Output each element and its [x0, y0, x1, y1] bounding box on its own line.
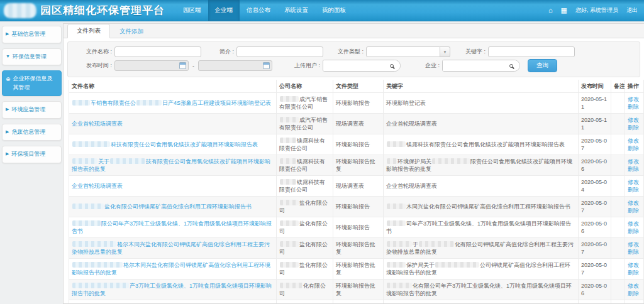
search-form-row-2: 发布时间 : - 上传用户 : 企业 : 查询: [72, 59, 636, 72]
column-header-6: 操作: [625, 80, 644, 93]
file-name-cell: 产3万吨工业级氯化镁、1万吨食用级氯化镁项目环境影响报告书的批复: [69, 280, 277, 300]
company-name-cell: 镁露科技有限责任公司: [277, 155, 333, 176]
modify-link[interactable]: 修改: [628, 282, 641, 290]
file-name-link[interactable]: 限公司年产3万吨工业级氯化镁、1万吨食用级氯化镁项目环境影响报告书: [72, 220, 272, 234]
file-name-link[interactable]: 格尔木同兴盐化有限公司钾镁尾矿高值化综合利用工程环境影响报告书的批复: [72, 262, 270, 276]
chevron-right-icon: ▶: [6, 151, 9, 158]
redacted-text: [280, 262, 299, 268]
nav-item-0[interactable]: 园区端: [176, 0, 208, 21]
file-name-link[interactable]: 企业首轮现场调查表: [72, 121, 123, 127]
sidebar-item-3[interactable]: ▶环境应急管理: [2, 101, 62, 119]
sidebar-item-2[interactable]: ⊕企业环保信息及其管理: [2, 70, 62, 96]
redacted-text: [432, 158, 470, 164]
delete-link[interactable]: 删除: [628, 248, 641, 256]
logo: [4, 3, 36, 18]
sidebar-item-4[interactable]: ▶危废信息管理: [2, 124, 62, 141]
modify-link[interactable]: 修改: [628, 137, 641, 144]
redacted-text: [280, 138, 296, 143]
modify-link[interactable]: 修改: [628, 95, 641, 103]
file-name-link[interactable]: 格尔木同兴盐化有限公司钾镁尾矿高值化综合利用工程主要污染物排放总量的批复: [72, 241, 270, 255]
file-type-select[interactable]: ▼: [366, 46, 450, 57]
search-icon[interactable]: [384, 60, 400, 72]
company-name-cell: 成汽车销售有限责任公司: [277, 114, 333, 134]
query-button[interactable]: 查询: [528, 59, 557, 72]
actions-cell: 修改删除: [625, 114, 644, 134]
file-name-link[interactable]: 车销售有限责任公日产4S形象店工程建设项目环境影响登记表: [72, 100, 271, 106]
file-name-link[interactable]: 盐化有限公司钾镁尾矿高值化综合利用工程环境影响报告书: [72, 204, 252, 210]
delete-link[interactable]: 删除: [628, 165, 641, 173]
keyword-input[interactable]: [488, 46, 575, 57]
publish-date-start-input[interactable]: [117, 63, 179, 69]
modify-link[interactable]: 修改: [628, 178, 641, 186]
nav-item-1[interactable]: 企业端: [208, 0, 240, 21]
nav-item-4[interactable]: 我的面板: [315, 0, 353, 21]
table-row: 产3万吨工业级氯化镁、1万吨食用级氯化镁项目环境影响报告书的批复化有限公司环境影…: [69, 280, 644, 300]
company-name-cell: 盐化有限公司: [277, 300, 333, 304]
redacted-text: [435, 262, 479, 268]
chevron-down-icon[interactable]: ▼: [440, 46, 450, 57]
file-name-link[interactable]: 科技有限责任公司食用氯化镁技改扩能项目环境影响报告表: [72, 141, 258, 148]
publish-date-cell: 2020-05-06: [579, 217, 611, 238]
publish-date-cell: 2020-05-06: [579, 155, 611, 176]
file-name-cell: 格尔木同兴盐化有限公司钾镁尾矿高值化综合利用工程环境影响报告书的批复: [69, 259, 277, 280]
delete-link[interactable]: 删除: [628, 227, 641, 235]
modify-link[interactable]: 修改: [628, 116, 641, 124]
redacted-text: [72, 241, 116, 247]
delete-link[interactable]: 删除: [628, 124, 641, 131]
publish-date-start-field[interactable]: [114, 60, 189, 71]
modify-link[interactable]: 修改: [628, 261, 641, 269]
publish-date-cell: 2020-05-04: [579, 176, 611, 197]
publish-date-end-input[interactable]: [201, 63, 263, 69]
logout-link[interactable]: 退出: [626, 6, 638, 14]
file-name-link[interactable]: 企业首轮现场调查表: [72, 183, 123, 189]
file-name-link[interactable]: 关于技有限责任公司食用氯化镁技改扩能项目环境影响报告表的批复: [72, 158, 270, 172]
calendar-icon[interactable]: [179, 62, 186, 69]
circle-plus-icon: ⊕: [6, 75, 11, 84]
delete-link[interactable]: 删除: [628, 186, 641, 193]
sidebar-item-0[interactable]: ▶基础信息管理: [2, 26, 62, 43]
main-panel: 文件列表文件添加 文件名称 : 简介 : 文件类型 : ▼ 关键字 : 发布时间…: [63, 23, 644, 304]
company-name-cell: 化有限公司: [277, 280, 333, 300]
table-header-row: 文件名称公司名称文件类型关键字发布时间备注操作: [69, 80, 644, 93]
nav-item-2[interactable]: 信息公布: [240, 0, 277, 21]
modify-link[interactable]: 修改: [628, 241, 641, 248]
sidebar-item-label: 企业环保信息及其管理: [13, 75, 58, 92]
upload-user-input[interactable]: [323, 60, 384, 71]
redacted-text: [72, 262, 123, 268]
upload-user-field[interactable]: [323, 60, 401, 72]
top-nav: 园区端企业端信息公布系统设置我的面板: [176, 0, 353, 21]
note-cell: [611, 114, 625, 134]
redacted-text: [387, 262, 406, 268]
modify-link[interactable]: 修改: [628, 199, 641, 207]
brief-input[interactable]: [236, 46, 323, 57]
modify-link[interactable]: 修改: [628, 220, 641, 227]
delete-link[interactable]: 删除: [628, 290, 641, 297]
sidebar-item-1[interactable]: ▼环保信息管理: [2, 48, 62, 66]
company-name-cell: 盐化有限公司: [277, 217, 333, 238]
table-row: 盐化有限公司钾镁尾矿高值化综合利用工程环境影响报告书盐化有限公司环境影响报告木同…: [69, 197, 644, 217]
table-row: 企业首轮现场调查表盐化有限公司现场调查表企业首轮现场调查表2020-04-08修…: [69, 300, 644, 304]
delete-link[interactable]: 删除: [628, 207, 641, 214]
actions-cell: 修改删除: [625, 155, 644, 176]
tab-0[interactable]: 文件列表: [67, 24, 110, 38]
file-type-input[interactable]: [366, 46, 440, 57]
tab-1[interactable]: 文件添加: [110, 24, 153, 38]
sidebar-item-5[interactable]: ▶环保项目管理: [2, 146, 62, 163]
publish-date-end-field[interactable]: [198, 60, 272, 71]
modify-link[interactable]: 修改: [628, 158, 641, 165]
search-icon[interactable]: [503, 60, 519, 72]
delete-link[interactable]: 删除: [628, 269, 641, 276]
apps-grid-icon[interactable]: ▦: [561, 7, 567, 14]
calendar-icon[interactable]: [263, 62, 270, 69]
file-name-link[interactable]: 产3万吨工业级氯化镁、1万吨食用级氯化镁项目环境影响报告书的批复: [72, 283, 272, 296]
enterprise-input[interactable]: [443, 60, 503, 71]
redacted-text: [280, 220, 299, 226]
column-header-5: 备注: [611, 80, 625, 93]
nav-item-3[interactable]: 系统设置: [277, 0, 315, 21]
delete-link[interactable]: 删除: [628, 144, 641, 152]
redacted-text: [72, 220, 101, 226]
file-name-input[interactable]: [114, 46, 201, 57]
home-icon[interactable]: ⌂: [548, 7, 553, 14]
delete-link[interactable]: 删除: [628, 103, 641, 111]
enterprise-field[interactable]: [442, 60, 520, 72]
